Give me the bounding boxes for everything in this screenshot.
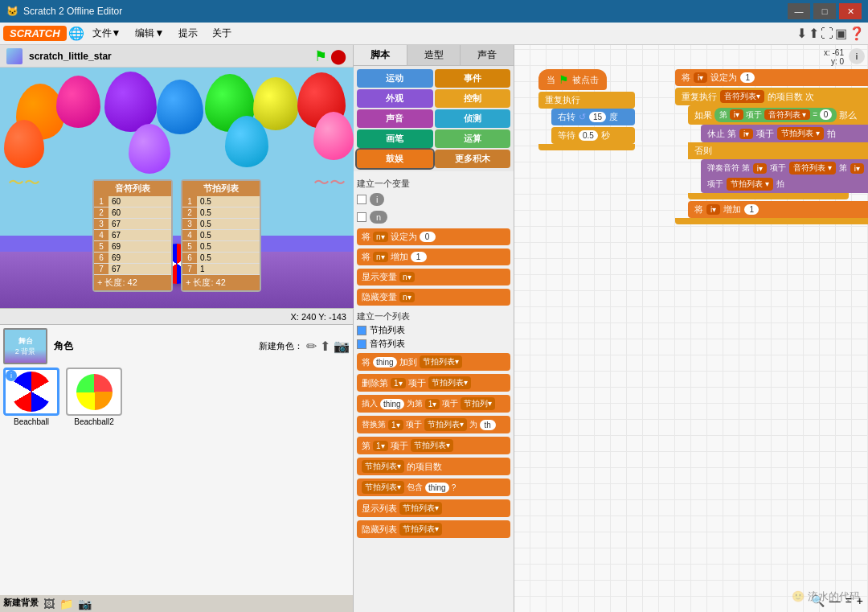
cat-control[interactable]: 控制	[435, 89, 511, 108]
rest-i-dropdown[interactable]: i▾	[739, 129, 753, 139]
rest-block[interactable]: 休止 第 i▾ 项于 节拍列表 拍	[701, 125, 868, 142]
code-editor[interactable]: x: -61 y: 0 i 当 ⚑ 被点击 重复执行 右转	[514, 45, 868, 612]
zoom-magnify-icon[interactable]: 🔍	[811, 594, 825, 607]
sprite-item-beachball[interactable]: i Beachball	[3, 368, 59, 426]
if-condition-block[interactable]: 如果 第 i▾ 项于 音符列表 = 0 那么	[688, 105, 868, 125]
set-i-block[interactable]: 将 i▾ 设定为 1	[675, 69, 868, 86]
item-list-dropdown[interactable]: 节拍列表▾	[411, 439, 453, 452]
upload-icon[interactable]: ⬆	[809, 26, 819, 41]
if-list-dropdown[interactable]: 音符列表	[764, 109, 811, 120]
turn-right-block[interactable]: 右转 ↺ 15 度	[551, 109, 635, 125]
play-i2-dropdown[interactable]: i▾	[850, 163, 864, 174]
script-area[interactable]: x: -61 y: 0 i 当 ⚑ 被点击 重复执行 右转	[514, 45, 868, 612]
insert-num-dropdown[interactable]: 1▾	[425, 399, 440, 409]
cat-operator[interactable]: 运算	[435, 129, 511, 148]
add-n-block[interactable]: 将 n▾ 增加 1	[357, 248, 510, 265]
list-contains-block[interactable]: 节拍列表▾ 包含 thing ?	[357, 479, 510, 496]
insert-thing-block[interactable]: 插入 thing 为第 1▾ 项于 节拍列▾	[357, 395, 510, 413]
tab-costume[interactable]: 造型	[407, 45, 461, 65]
upload-sprite-icon[interactable]: ⬆	[320, 339, 330, 354]
contains-list-dropdown[interactable]: 节拍列表▾	[362, 481, 404, 494]
list-length-block[interactable]: 节拍列表▾ 的项目数	[357, 458, 510, 475]
stage-canvas[interactable]: 〜〜 〜〜 音符列表 160 260 367 467 569	[0, 68, 354, 309]
cat-pen[interactable]: 画笔	[357, 129, 433, 148]
sprite-item-beachball2[interactable]: Beachball2	[66, 368, 122, 426]
play-list1-dropdown[interactable]: 音符列表	[789, 162, 836, 175]
stage-thumbnail[interactable]: 舞台 2 背景	[3, 328, 47, 364]
globe-icon[interactable]: 🌐	[68, 26, 84, 41]
repeat-length-block[interactable]: 重复执行 音符列表▾ 的项目数 次	[675, 88, 868, 105]
menu-hints[interactable]: 提示	[172, 24, 204, 43]
sprite-thumb-beachball2[interactable]	[66, 368, 122, 416]
help-icon[interactable]: ❓	[849, 26, 865, 41]
contains-thing-input[interactable]: thing	[425, 483, 449, 493]
backdrop-camera-icon[interactable]: 📷	[78, 598, 92, 610]
insert-list-dropdown[interactable]: 节拍列▾	[461, 397, 495, 410]
zoom-reset-button[interactable]: =	[845, 594, 852, 607]
zoom-plus-button[interactable]: +	[857, 594, 863, 607]
backdrop-paint-icon[interactable]: 🖼	[43, 598, 55, 610]
stop-button[interactable]: ⬤	[330, 47, 346, 65]
minimize-button[interactable]: —	[788, 3, 810, 19]
add-n-value[interactable]: 1	[411, 252, 427, 262]
hide-var-block[interactable]: 隐藏变量 n▾	[357, 289, 510, 306]
download-icon[interactable]: ⬇	[796, 26, 807, 41]
camera-sprite-icon[interactable]: 📷	[334, 339, 350, 354]
set-n-block[interactable]: 将 n▾ 设定为 0	[357, 228, 510, 245]
turn-degrees-input[interactable]: 15	[589, 112, 606, 122]
hide-var-dropdown[interactable]: n▾	[399, 292, 415, 302]
menu-edit[interactable]: 编辑▼	[129, 24, 170, 43]
set-i-dropdown[interactable]: i▾	[694, 72, 707, 83]
add-i-value[interactable]: 1	[744, 204, 759, 215]
delete-num-dropdown[interactable]: 1▾	[391, 378, 406, 388]
menu-file[interactable]: 文件▼	[86, 24, 128, 43]
item-num-dropdown[interactable]: 1▾	[373, 441, 388, 451]
theater-icon[interactable]: ▣	[835, 26, 847, 41]
cat-event[interactable]: 事件	[435, 69, 511, 88]
set-i-value[interactable]: 1	[740, 72, 755, 83]
repeat-block-outer[interactable]: 重复执行 右转 ↺ 15 度 等待 0.5 秒	[538, 92, 635, 150]
maximize-button[interactable]: □	[813, 3, 836, 19]
var-n-checkbox[interactable]	[357, 212, 366, 222]
wait-time-input[interactable]: 0.5	[579, 130, 598, 141]
set-n-dropdown[interactable]: n▾	[373, 232, 388, 242]
hide-list-dropdown[interactable]: 节拍列表▾	[399, 523, 442, 536]
rest-list-dropdown[interactable]: 节拍列表	[777, 127, 824, 140]
cat-sensing[interactable]: 侦测	[435, 109, 511, 128]
play-note-block[interactable]: 弹奏音符 第 i▾ 项于 音符列表 第 i▾ 项于 节拍列表 拍	[701, 159, 868, 193]
delete-list-dropdown[interactable]: 节拍列表▾	[428, 376, 471, 389]
repeat-length-outer[interactable]: 重复执行 音符列表▾ 的项目数 次 如果 第 i▾ 项于 音符列表 = 0 那么	[675, 88, 868, 224]
show-list-dropdown[interactable]: 节拍列表▾	[399, 502, 442, 515]
when-clicked-block[interactable]: 当 ⚑ 被点击	[538, 69, 635, 90]
play-i1-dropdown[interactable]: i▾	[753, 163, 767, 174]
jiepailiebiao-checkbox[interactable]	[357, 326, 366, 335]
tab-sound[interactable]: 声音	[461, 45, 514, 65]
add-n-dropdown[interactable]: n▾	[373, 252, 388, 262]
play-list2-dropdown[interactable]: 节拍列表	[727, 178, 773, 191]
set-n-value[interactable]: 0	[420, 232, 436, 242]
hide-list-block[interactable]: 隐藏列表 节拍列表▾	[357, 520, 510, 538]
length-list-dropdown[interactable]: 节拍列表▾	[362, 460, 404, 473]
delete-item-block[interactable]: 删除第 1▾ 项于 节拍列表▾	[357, 374, 510, 392]
tab-script[interactable]: 脚本	[354, 45, 407, 65]
paint-sprite-icon[interactable]: ✏	[306, 339, 317, 354]
close-button[interactable]: ✕	[839, 3, 862, 19]
show-var-block[interactable]: 显示变量 n▾	[357, 269, 510, 285]
cat-motion[interactable]: 运动	[357, 69, 433, 88]
add-thing-block[interactable]: 将 thing 加到 节拍列表▾	[357, 353, 510, 371]
sprite-thumb-beachball[interactable]: i	[3, 368, 59, 416]
if-block-outer[interactable]: 如果 第 i▾ 项于 音符列表 = 0 那么 休止 第 i▾ 项于 节拍列表 拍…	[688, 105, 868, 199]
backdrop-upload-icon[interactable]: 📁	[59, 598, 73, 610]
replace-block[interactable]: 替换第 1▾ 项于 节拍列表▾ 为 th	[357, 416, 510, 433]
add-list-dropdown[interactable]: 节拍列表▾	[420, 355, 462, 368]
add-i-dropdown[interactable]: i▾	[706, 204, 720, 215]
thing-input[interactable]: thing	[373, 357, 397, 368]
insert-thing-input[interactable]: thing	[380, 399, 404, 409]
replace-val-input[interactable]: th	[480, 420, 496, 430]
var-i-checkbox[interactable]	[357, 195, 366, 204]
wait-block[interactable]: 等待 0.5 秒	[551, 127, 635, 144]
cat-looks[interactable]: 外观	[357, 89, 433, 108]
show-list-block[interactable]: 显示列表 节拍列表▾	[357, 499, 510, 517]
item-block[interactable]: 第 1▾ 项于 节拍列表▾	[357, 437, 510, 454]
music-list-dropdown[interactable]: 音符列表▾	[720, 90, 764, 103]
